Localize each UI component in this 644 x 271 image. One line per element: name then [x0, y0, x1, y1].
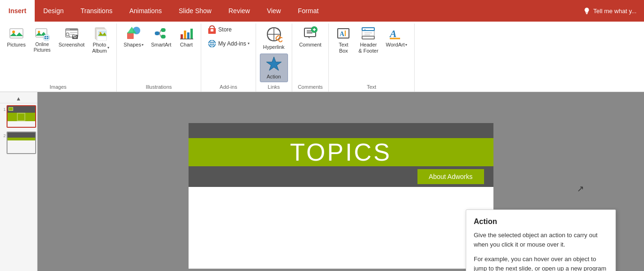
btn-shapes-label: Shapes	[124, 42, 141, 48]
btn-smartart-label: SmartArt	[151, 42, 171, 48]
btn-pictures[interactable]: Pictures	[4, 23, 29, 50]
thumb-2[interactable]	[7, 132, 36, 154]
svg-text:A: A	[340, 31, 345, 38]
btn-online-pictures[interactable]: OnlinePictures	[30, 23, 54, 55]
svg-rect-35	[190, 29, 193, 39]
btn-chart[interactable]: Chart	[175, 23, 197, 50]
group-comments-label: Comments	[298, 82, 323, 90]
svg-rect-0	[10, 29, 23, 38]
svg-point-9	[67, 29, 68, 30]
svg-rect-34	[187, 32, 189, 39]
slide-bottom-btn[interactable]: About Adworks	[417, 169, 484, 184]
tab-slideshow[interactable]: Slide Show	[170, 0, 220, 22]
svg-rect-24	[127, 32, 134, 39]
btn-comment[interactable]: Comment	[296, 23, 325, 50]
tooltip-body: Give the selected object an action to ca…	[474, 231, 608, 271]
slide-topics-text: TOPICS	[290, 138, 392, 166]
group-addins-label: Add-ins	[220, 82, 237, 90]
svg-line-31	[159, 33, 161, 37]
group-comments: Comment Comments	[292, 23, 329, 92]
tab-format[interactable]: Format	[289, 0, 327, 22]
btn-action-label: Action	[266, 74, 281, 80]
slide-canvas: TOPICS About Adworks Action Give the sel…	[38, 92, 644, 271]
cursor-indicator: ↗	[577, 184, 584, 194]
btn-shapes[interactable]: Shapes ▾	[121, 23, 147, 50]
action-tooltip: Action Give the selected object an actio…	[466, 209, 616, 271]
svg-rect-27	[155, 31, 159, 35]
svg-rect-29	[161, 35, 166, 39]
group-addins: Store My Add-ins ▾	[201, 23, 256, 92]
group-images-label: Images	[50, 82, 67, 90]
group-illustrations-label: Illustrations	[146, 82, 172, 90]
btn-screenshot[interactable]: Screenshot	[55, 23, 88, 50]
btn-comment-label: Comment	[299, 42, 322, 48]
btn-store-label: Store	[218, 26, 232, 33]
lightbulb-icon	[583, 7, 591, 15]
tooltip-title: Action	[474, 217, 608, 226]
slide-panel: ▲ 1 2	[0, 92, 38, 271]
tooltip-line1: Give the selected object an action to ca…	[474, 231, 608, 249]
btn-screenshot-label: Screenshot	[59, 42, 85, 48]
btn-header-footer[interactable]: A Header& Footer	[355, 23, 381, 56]
svg-rect-12	[70, 34, 75, 35]
wordart-dropdown-arrow[interactable]: ▾	[405, 43, 407, 47]
thumb-num-2: 2	[1, 133, 6, 138]
btn-chart-label: Chart	[180, 42, 193, 48]
group-images: Pictures OnlinePictures	[0, 23, 117, 92]
btn-text-box[interactable]: A TextBox	[333, 23, 354, 56]
btn-smartart[interactable]: SmartArt	[148, 23, 174, 50]
btn-action[interactable]: Action	[260, 54, 288, 82]
photo-album-dropdown-arrow[interactable]: ▾	[107, 46, 109, 50]
group-text-label: Text	[367, 82, 376, 90]
btn-hyperlink[interactable]: Hyperlink	[260, 23, 288, 53]
btn-my-addins[interactable]: My Add-ins ▾	[205, 38, 251, 50]
thumb-num-1: 1	[1, 107, 6, 112]
tab-view[interactable]: View	[258, 0, 289, 22]
slide-bottom-bar: About Adworks	[189, 166, 493, 187]
group-text: A TextBox A	[329, 23, 414, 92]
svg-rect-33	[184, 31, 186, 39]
slide-green-area: TOPICS	[189, 138, 493, 166]
tell-me-text: Tell me what y...	[593, 8, 636, 15]
svg-rect-11	[70, 32, 77, 33]
svg-rect-38	[211, 29, 213, 31]
svg-rect-46	[278, 37, 282, 42]
tab-review[interactable]: Review	[220, 0, 258, 22]
slide-top-bar	[189, 123, 493, 138]
slide-content: TOPICS About Adworks	[189, 123, 493, 269]
my-addins-dropdown-arrow[interactable]: ▾	[248, 42, 250, 46]
tab-transitions[interactable]: Transitions	[72, 0, 121, 22]
tab-animations[interactable]: Animations	[121, 0, 170, 22]
svg-marker-47	[266, 57, 281, 70]
svg-rect-32	[181, 34, 183, 39]
tell-me-area: Tell me what y...	[576, 0, 644, 22]
tab-insert[interactable]: Insert	[0, 0, 35, 22]
btn-photo-album-label: PhotoAlbum	[92, 42, 106, 54]
svg-point-10	[68, 29, 69, 30]
svg-text:A: A	[364, 29, 366, 31]
svg-rect-18	[73, 35, 75, 36]
btn-hyperlink-label: Hyperlink	[263, 44, 285, 50]
btn-my-addins-label: My Add-ins	[218, 40, 246, 47]
svg-text:A: A	[389, 28, 397, 39]
btn-pictures-label: Pictures	[7, 42, 26, 48]
shapes-dropdown-arrow[interactable]: ▾	[142, 43, 144, 47]
tooltip-line2: For example, you can hover over an objec…	[474, 255, 608, 271]
svg-rect-61	[362, 36, 374, 39]
svg-line-30	[159, 30, 161, 33]
btn-wordart-label: WordArt	[386, 42, 405, 48]
group-illustrations: Shapes ▾ SmartAr	[117, 23, 202, 92]
btn-photo-album[interactable]: PhotoAlbum ▾	[89, 23, 112, 56]
btn-header-footer-label: Header& Footer	[358, 42, 378, 54]
thumb-1[interactable]	[7, 105, 36, 128]
group-links-label: Links	[268, 82, 280, 90]
svg-rect-28	[161, 28, 166, 32]
btn-store[interactable]: Store	[205, 23, 234, 36]
btn-textbox-label: TextBox	[339, 42, 348, 54]
btn-wordart[interactable]: A WordArt ▾	[383, 23, 410, 50]
group-links: Hyperlink Action Links	[256, 23, 292, 92]
scroll-up-btn[interactable]: ▲	[0, 94, 38, 103]
tab-design[interactable]: Design	[35, 0, 72, 22]
